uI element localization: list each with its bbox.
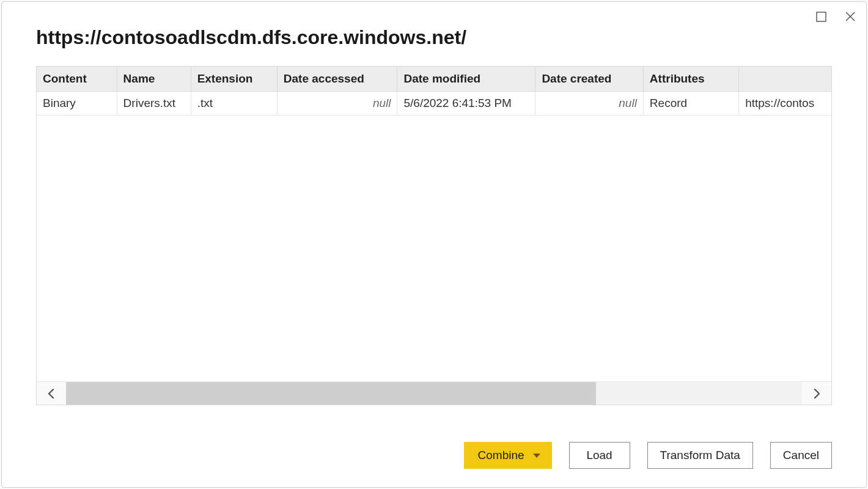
navigator-dialog: https://contosoadlscdm.dfs.core.windows.… [1,1,867,488]
page-title: https://contosoadlscdm.dfs.core.windows.… [36,26,832,49]
scroll-left-icon[interactable] [37,382,66,405]
maximize-icon[interactable] [815,10,827,23]
titlebar-controls [815,10,856,23]
table-empty-area [37,116,831,381]
chevron-down-icon [533,454,540,458]
data-table: Content Name Extension Date accessed Dat… [37,67,831,116]
col-header-modified[interactable]: Date modified [397,67,535,92]
col-header-attributes[interactable]: Attributes [643,67,738,92]
horizontal-scrollbar[interactable] [37,381,831,405]
scroll-thumb[interactable] [66,382,596,405]
data-table-container: Content Name Extension Date accessed Dat… [36,66,832,405]
cell-created: null [535,92,643,116]
load-button[interactable]: Load [569,442,630,469]
cell-extension: .txt [191,92,277,116]
col-header-content[interactable]: Content [37,67,117,92]
cell-accessed: null [277,92,397,116]
cell-name: Drivers.txt [117,92,191,116]
cell-content: Binary [37,92,117,116]
cell-modified: 5/6/2022 6:41:53 PM [397,92,535,116]
cancel-button[interactable]: Cancel [770,442,832,469]
close-icon[interactable] [844,10,856,23]
combine-button[interactable]: Combine [464,442,552,469]
table-row[interactable]: Binary Drivers.txt .txt null 5/6/2022 6:… [37,92,831,116]
col-header-name[interactable]: Name [117,67,191,92]
table-header-row: Content Name Extension Date accessed Dat… [37,67,831,92]
null-value: null [284,97,391,110]
null-value: null [542,97,636,110]
cell-attributes: Record [643,92,738,116]
scroll-right-icon[interactable] [802,382,831,405]
col-header-last[interactable] [739,67,831,92]
col-header-created[interactable]: Date created [535,67,643,92]
cell-last: https://contos [739,92,831,116]
col-header-accessed[interactable]: Date accessed [277,67,397,92]
transform-data-button[interactable]: Transform Data [647,442,753,469]
button-bar: Combine Load Transform Data Cancel [2,424,866,487]
combine-button-label: Combine [478,449,524,462]
scroll-track[interactable] [66,382,802,405]
svg-rect-0 [817,12,826,21]
dialog-content: https://contosoadlscdm.dfs.core.windows.… [2,2,866,424]
col-header-extension[interactable]: Extension [191,67,277,92]
